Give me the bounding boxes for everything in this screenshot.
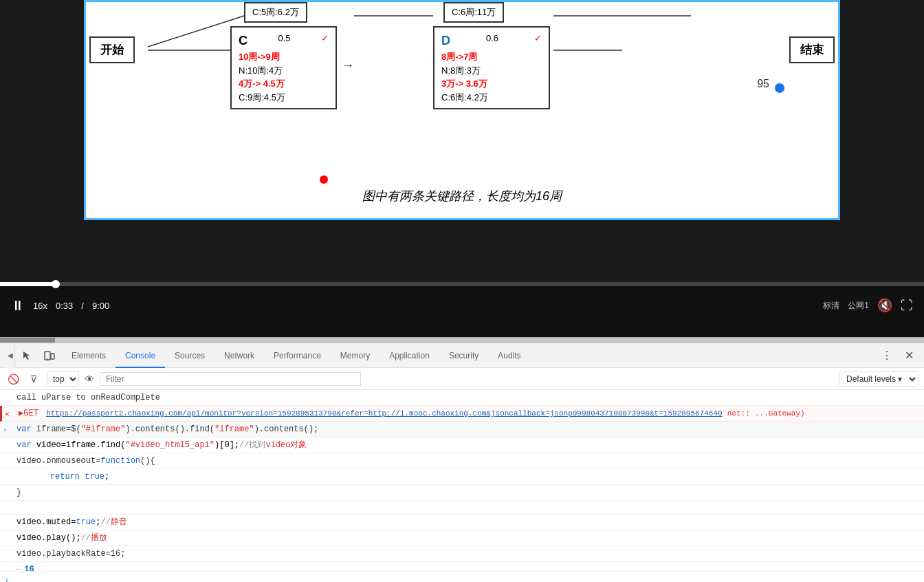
prompt-text: var iframe=$("#iframe").contents().find(… bbox=[16, 424, 318, 434]
tab-application[interactable]: Application bbox=[380, 343, 439, 368]
red-dot bbox=[320, 175, 328, 184]
console-line-error: ✕ ▶GET https://passport2.chaoxing.com/ap… bbox=[0, 406, 924, 422]
quality-button[interactable]: 标清 bbox=[823, 300, 839, 312]
console-filter-button[interactable]: ⊽ bbox=[26, 371, 41, 387]
console-code-4: } bbox=[0, 485, 924, 501]
c-red1: 10周->9周 bbox=[239, 50, 329, 64]
c-red2: 4万-> 4.5万 bbox=[239, 77, 329, 91]
console-toolbar: 🚫 ⊽ top 👁 Default levels ▾ bbox=[0, 368, 924, 390]
console-line-1: call uParse to onReadComplete bbox=[0, 390, 924, 406]
console-code-5: video.muted=true;//静音 bbox=[0, 515, 924, 530]
error-gateway: ...Gateway) bbox=[755, 409, 805, 418]
progress-dot[interactable] bbox=[52, 280, 60, 288]
tab-sources[interactable]: Sources bbox=[165, 343, 214, 368]
error-icon: ✕ bbox=[5, 408, 10, 420]
fullscreen-button[interactable]: ⛶ bbox=[901, 299, 913, 313]
console-return-line: ← 16 bbox=[0, 562, 924, 571]
network-button[interactable]: 公网1 bbox=[848, 300, 869, 312]
blue-dot bbox=[775, 83, 784, 93]
console-line-prompt: › var iframe=$("#iframe").contents().fin… bbox=[0, 422, 924, 438]
return-value: 16 bbox=[24, 563, 34, 571]
d-red2: 3万-> 3.6万 bbox=[441, 77, 542, 91]
tab-memory[interactable]: Memory bbox=[331, 343, 380, 368]
error-net-label: net:: bbox=[727, 409, 750, 418]
diagram-bottom-text: 图中有两条关键路径，长度均为16周 bbox=[362, 188, 562, 204]
d-red1: 8周->7周 bbox=[441, 50, 542, 64]
tab-console[interactable]: Console bbox=[116, 343, 165, 368]
time-current: 0:33 bbox=[56, 301, 73, 311]
filter-input[interactable] bbox=[100, 372, 361, 386]
devtools-more-button[interactable]: ⋮ bbox=[877, 346, 896, 365]
scrollbar-thumb[interactable] bbox=[0, 338, 55, 343]
d-prob: 0.6 bbox=[486, 32, 498, 50]
tab-audits[interactable]: Audits bbox=[488, 343, 530, 368]
box-end: 结束 bbox=[789, 36, 835, 63]
prompt-chevron: › bbox=[6, 575, 8, 583]
console-code-1: var video=iframe.find("#video_html5_api"… bbox=[0, 438, 924, 453]
console-code-6: video.play();//播放 bbox=[0, 530, 924, 546]
box-top-c: C:5周:6.2万 bbox=[244, 2, 307, 23]
speed-label[interactable]: 16x bbox=[33, 301, 47, 311]
d-c: C:6周:4.2万 bbox=[441, 91, 542, 105]
console-blank bbox=[0, 501, 924, 515]
line-1-text: call uParse to onReadComplete bbox=[16, 393, 160, 402]
console-code-2: video.onmouseout=function(){ bbox=[0, 453, 924, 469]
devtools-close-button[interactable]: ✕ bbox=[899, 346, 918, 365]
tab-security[interactable]: Security bbox=[439, 343, 488, 368]
box-top-d: C:6周:11万 bbox=[443, 2, 504, 23]
tab-elements[interactable]: Elements bbox=[62, 343, 116, 368]
console-output: call uParse to onReadComplete ✕ ▶GET htt… bbox=[0, 390, 924, 571]
box-c: C 0.5 ✓ 10周->9周 N:10周:4万 4万-> 4.5万 C:9周:… bbox=[230, 26, 337, 109]
number-95: 95 bbox=[757, 78, 769, 90]
time-separator: / bbox=[81, 301, 84, 311]
horizontal-scrollbar[interactable] bbox=[0, 337, 924, 343]
prompt-arrow-icon: › bbox=[3, 424, 8, 436]
cursor-icon-button[interactable] bbox=[18, 346, 37, 365]
device-icon-button[interactable] bbox=[40, 346, 59, 365]
devtools-toolbar: ◀ Elements Console Sources Network Perfo… bbox=[0, 343, 924, 368]
levels-select[interactable]: Default levels ▾ bbox=[839, 371, 918, 387]
c-letter: C bbox=[239, 32, 248, 50]
c-c: C:9周:4.5万 bbox=[239, 91, 329, 105]
console-code-7: video.playbackRate=16; bbox=[0, 546, 924, 562]
svg-point-7 bbox=[47, 358, 48, 359]
box-d: D 0.6 ✓ 8周->7周 N:8周:3万 3万-> 3.6万 C:6周:4.… bbox=[433, 26, 550, 109]
context-selector: top bbox=[47, 371, 79, 387]
devtools-panel: ◀ Elements Console Sources Network Perfo… bbox=[0, 343, 924, 582]
box-start: 开始 bbox=[89, 36, 135, 63]
tab-performance[interactable]: Performance bbox=[264, 343, 331, 368]
console-code-3: return true; bbox=[0, 469, 924, 485]
video-area: C:5周:6.2万 C:6周:11万 开始 结束 C 0.5 ✓ 10周->9周… bbox=[0, 0, 924, 337]
c-n: N:10周:4万 bbox=[239, 64, 329, 78]
devtools-tabs: Elements Console Sources Network Perform… bbox=[62, 343, 531, 368]
return-arrow: ← bbox=[16, 563, 21, 571]
context-select-dropdown[interactable]: top bbox=[47, 371, 79, 387]
console-bottom-prompt: › bbox=[0, 571, 924, 582]
console-input[interactable] bbox=[12, 575, 918, 583]
svg-line-0 bbox=[148, 16, 244, 47]
time-total: 9:00 bbox=[92, 301, 109, 311]
error-get-label: ▶GET bbox=[19, 409, 43, 418]
tab-network[interactable]: Network bbox=[214, 343, 264, 368]
c-prob: 0.5 bbox=[278, 32, 290, 50]
error-url[interactable]: https://passport2.chaoxing.com/api/monit… bbox=[46, 409, 723, 418]
progress-fill bbox=[0, 282, 56, 286]
d-n: N:8周:3万 bbox=[441, 64, 542, 78]
devtools-collapse-button[interactable]: ◀ bbox=[6, 343, 15, 368]
console-clear-button[interactable]: 🚫 bbox=[6, 371, 21, 387]
eye-button[interactable]: 👁 bbox=[85, 374, 94, 385]
progress-bar[interactable] bbox=[0, 282, 924, 286]
d-letter: D bbox=[441, 32, 450, 50]
pause-button[interactable]: ⏸ bbox=[11, 298, 25, 314]
mute-button[interactable]: 🔇 bbox=[877, 298, 892, 313]
arrow-c-d: → bbox=[342, 58, 354, 73]
svg-rect-6 bbox=[51, 354, 54, 359]
